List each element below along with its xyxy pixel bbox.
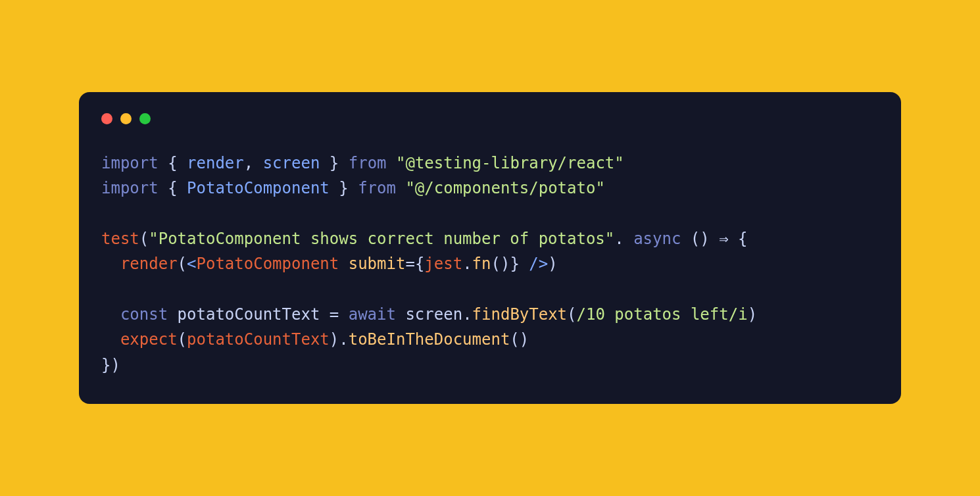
string-literal: "@/components/potato" — [405, 179, 604, 197]
code-line-6-blank — [101, 277, 879, 302]
code-line-3-blank — [101, 201, 879, 226]
code-line-1: import { render, screen } from "@testing… — [101, 151, 879, 176]
brace: } — [510, 255, 519, 273]
jsx-component: PotatoComponent — [197, 255, 339, 273]
keyword-async: async — [633, 230, 681, 248]
dot: . — [462, 305, 472, 324]
paren: ) — [748, 305, 757, 324]
code-area[interactable]: import { render, screen } from "@testing… — [101, 151, 879, 378]
variable: potatoCountText — [178, 305, 320, 324]
keyword-from: from — [358, 179, 396, 197]
method: fn — [472, 255, 491, 273]
string-literal: "@testing-library/react" — [396, 154, 624, 172]
arrow-function: () ⇒ { — [681, 230, 747, 248]
closing-brace: }) — [101, 356, 120, 374]
code-line-2: import { PotatoComponent } from "@/compo… — [101, 176, 879, 201]
paren: ( — [178, 330, 187, 349]
regex-literal: /10 potatos left/i — [577, 305, 748, 324]
equals: = — [320, 305, 348, 324]
brace: { — [415, 255, 424, 273]
method: findByText — [472, 305, 568, 324]
code-line-4: test("PotatoComponent shows correct numb… — [101, 226, 879, 251]
dot: . — [339, 330, 348, 349]
paren: ( — [178, 255, 187, 273]
paren: ( — [139, 230, 149, 248]
paren: ) — [330, 330, 339, 349]
dot: . — [462, 255, 472, 273]
paren: ( — [567, 305, 576, 324]
method: toBeInTheDocument — [349, 330, 510, 349]
brace: { — [159, 179, 187, 197]
code-line-7: const potatoCountText = await screen.fin… — [101, 302, 879, 327]
brace: } — [320, 154, 348, 172]
jsx-bracket: < — [187, 255, 196, 273]
identifier: jest — [424, 255, 462, 273]
function-call: expect — [120, 330, 178, 349]
identifier: screen — [405, 305, 462, 324]
maximize-button[interactable] — [139, 113, 151, 124]
close-button[interactable] — [101, 113, 112, 124]
keyword-const: const — [120, 305, 168, 324]
code-line-8: expect(potatoCountText).toBeInTheDocumen… — [101, 327, 879, 352]
jsx-attribute: submit — [349, 255, 406, 273]
punctuation: . — [614, 230, 633, 248]
code-line-9: }) — [101, 353, 879, 378]
brace: { — [159, 154, 187, 172]
minimize-button[interactable] — [120, 113, 132, 124]
jsx-bracket: /> — [520, 255, 548, 273]
identifier: PotatoComponent — [187, 179, 330, 197]
comma: , — [244, 154, 263, 172]
identifier: screen — [263, 154, 320, 172]
keyword-from: from — [349, 154, 387, 172]
function-call: render — [120, 255, 178, 273]
parens: () — [491, 255, 510, 273]
function-call: test — [101, 230, 139, 248]
variable: potatoCountText — [187, 330, 330, 349]
code-line-5: render(<PotatoComponent submit={jest.fn(… — [101, 251, 879, 276]
keyword-await: await — [349, 305, 396, 324]
traffic-lights — [101, 113, 879, 124]
parens: () — [510, 330, 529, 349]
keyword-import: import — [101, 154, 159, 172]
identifier: render — [187, 154, 244, 172]
brace: } — [330, 179, 358, 197]
keyword-import: import — [101, 179, 159, 197]
equals: = — [405, 255, 414, 273]
code-window: import { render, screen } from "@testing… — [79, 92, 901, 405]
paren: ) — [548, 255, 557, 273]
string-literal: "PotatoComponent shows correct number of… — [149, 230, 614, 248]
